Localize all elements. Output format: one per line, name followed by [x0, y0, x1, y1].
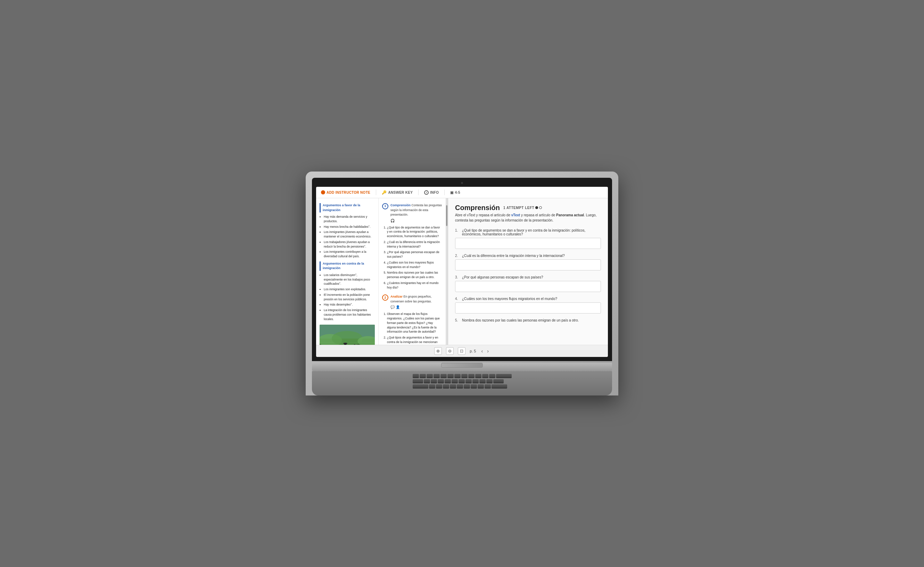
list-item: ¿Cuáles son los tres mayores flujos migr… [387, 260, 442, 270]
key [427, 374, 433, 378]
list-item: ¿Cuántos inmigrantes hay en el mundo hoy… [387, 281, 442, 290]
activity-panel: Comprensión 1 ATTEMPT LEFT Abre el vText… [448, 198, 608, 345]
toolbar: ADD INSTRUCTOR NOTE 🔑 ANSWER KEY i INFO … [316, 187, 608, 198]
scroll-thumb [446, 205, 448, 226]
answer-input-3[interactable] [455, 281, 601, 292]
pages-button[interactable]: ▣ 4-5 [450, 190, 460, 195]
question-2-label: 2. ¿Cuál es la diferencia entre la migra… [455, 254, 601, 258]
key [424, 379, 430, 383]
trackpad[interactable] [441, 363, 483, 368]
fit-button[interactable]: ⊡ [458, 347, 466, 355]
add-instructor-note-button[interactable]: ADD INSTRUCTOR NOTE [321, 190, 370, 195]
section1-title: Argumentos a favor de la inmigración [323, 203, 375, 213]
key [472, 379, 479, 383]
question-5-block: 5. Nombra dos razones por las cuales las… [455, 318, 601, 322]
key [454, 374, 461, 378]
activity1-header: 1 Comprensión Contesta las preguntas seg… [382, 203, 442, 223]
list-item: Los inmigrantes contribuyen a la diversi… [324, 250, 375, 259]
section2-bullet-list: Los salarios disminuyen°, especialmente … [320, 273, 375, 321]
question-3-label: 3. ¿Por qué algunas personas escapan de … [455, 275, 601, 279]
key [431, 379, 437, 383]
answer-input-2[interactable] [455, 260, 601, 270]
key [468, 374, 475, 378]
toolbar-separator [376, 190, 376, 195]
list-item: ¿Qué tipos de argumentos a favor y en co… [387, 335, 442, 345]
section2-divider: Argumentos en contra de la inmigración [320, 261, 375, 271]
textbook-inner: Argumentos a favor de la inmigración Hay… [316, 198, 448, 345]
list-item: Los salarios disminuyen°, especialmente … [324, 273, 375, 286]
prev-page-button[interactable]: ‹ [481, 348, 484, 354]
list-item: Los trabajadores jóvenes ayudan a reduci… [324, 240, 375, 249]
zoom-out-icon: ⊖ [448, 349, 452, 354]
key [413, 374, 419, 378]
info-button[interactable]: i INFO [424, 190, 439, 195]
answer-input-1[interactable] [455, 238, 601, 249]
page-navigation: ‹ › [481, 348, 490, 354]
key-icon: 🔑 [382, 190, 387, 195]
activity-panel-title-text: Comprensión [455, 204, 500, 212]
activity2-header: 2 Analizar En grupos pequeños, conversen… [382, 294, 442, 310]
question-2-block: 2. ¿Cuál es la diferencia entre la migra… [455, 254, 601, 270]
list-item: ¿Por qué algunas personas escapan de sus… [387, 250, 442, 259]
next-page-button[interactable]: › [486, 348, 490, 354]
question-1-label: 1. ¿Qué tipo de argumentos se dan a favo… [455, 228, 601, 236]
key [461, 374, 467, 378]
activity1-questions: ¿Qué tipo de argumentos se dan a favor y… [382, 225, 442, 290]
key [478, 384, 484, 388]
key [457, 384, 463, 388]
list-item: Hay más demanda de servicios y productos… [324, 214, 375, 224]
key [450, 384, 456, 388]
key-row-1 [413, 374, 512, 378]
farm-image [320, 325, 375, 345]
key-row-3 [413, 384, 512, 388]
info-icon: i [424, 190, 429, 195]
list-item: Los inmigrantes jóvenes ayudan a mantene… [324, 230, 375, 239]
key [413, 384, 428, 388]
text-left-column: Argumentos a favor de la inmigración Hay… [316, 198, 379, 345]
question-4-block: 4. ¿Cuáles son los tres mayores flujos m… [455, 297, 601, 314]
key-row-2 [413, 379, 512, 383]
keyboard-rows [413, 374, 512, 388]
vtext-link[interactable]: vText [511, 213, 520, 217]
speech-icon: 💬 [391, 304, 395, 310]
key [464, 384, 470, 388]
toolbar-separator-3 [444, 190, 445, 195]
textbook-panel: Argumentos a favor de la inmigración Hay… [316, 198, 448, 345]
activity1-number: 1 [382, 203, 388, 209]
key [448, 374, 454, 378]
activity1-title: Comprensión [391, 204, 410, 207]
headphones-icon: 🎧 [391, 218, 395, 223]
activity2-block: 2 Analizar En grupos pequeños, conversen… [382, 294, 442, 345]
key [434, 374, 440, 378]
activity2-icons: 💬 👤 [391, 304, 442, 310]
section2-title: Argumentos en contra de la inmigración [323, 261, 375, 271]
key [489, 374, 495, 378]
dot-empty [539, 206, 542, 209]
key [475, 374, 481, 378]
section1-divider: Argumentos a favor de la inmigración [320, 203, 375, 213]
zoom-in-button[interactable]: ⊕ [434, 347, 442, 355]
scroll-indicator[interactable] [446, 198, 448, 345]
key [482, 374, 488, 378]
question-4-label: 4. ¿Cuáles son los tres mayores flujos m… [455, 297, 601, 301]
text-right-column: 1 Comprensión Contesta las preguntas seg… [379, 198, 446, 345]
activity-panel-header: Comprensión 1 ATTEMPT LEFT [455, 204, 601, 212]
key [471, 384, 477, 388]
dot-indicator [535, 206, 542, 209]
list-item: ¿Cuál es la diferencia entre la migració… [387, 240, 442, 249]
dot-filled [535, 206, 538, 209]
activity2-title: Analizar [391, 295, 403, 298]
keyboard [312, 371, 612, 396]
list-item: La integración de los inmigrantes causa … [324, 308, 375, 321]
screen-bezel: ADD INSTRUCTOR NOTE 🔑 ANSWER KEY i INFO … [312, 178, 612, 361]
key [436, 384, 442, 388]
activity2-questions: Observen el mapa de los flujos migratori… [382, 312, 442, 345]
zoom-out-button[interactable]: ⊖ [446, 347, 454, 355]
answer-input-4[interactable] [455, 302, 601, 314]
key [479, 379, 485, 383]
bottom-toolbar: ⊕ ⊖ ⊡ p. 5 ‹ › [316, 345, 608, 357]
activity1-icons: 🎧 [391, 218, 442, 223]
fit-icon: ⊡ [460, 349, 463, 354]
answer-key-button[interactable]: 🔑 ANSWER KEY [382, 190, 413, 195]
key [496, 374, 512, 378]
